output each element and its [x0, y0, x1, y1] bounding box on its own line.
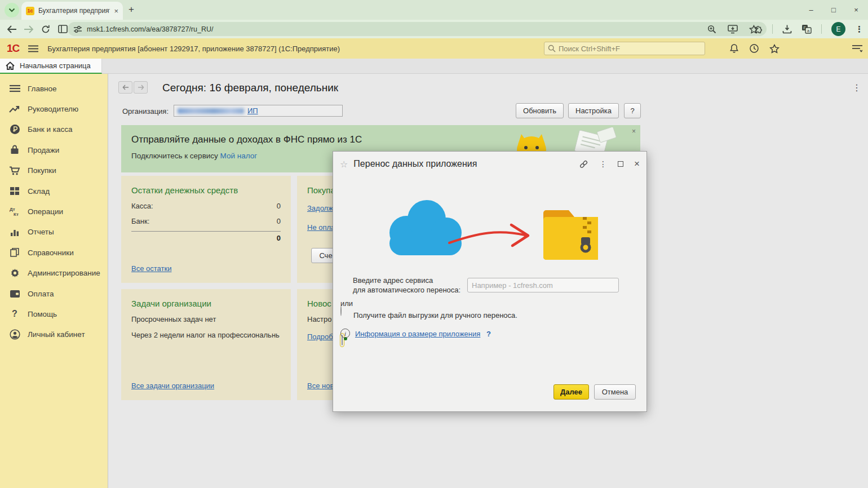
window-controls: – □ × — [807, 0, 860, 20]
organization-field[interactable]: ИП — [174, 105, 343, 117]
forward-icon[interactable] — [20, 25, 37, 33]
buyers-debt-link[interactable]: Задолж — [307, 204, 333, 212]
sidebar-item-rukovoditelyu[interactable]: Руководителю — [0, 99, 108, 119]
back-icon[interactable] — [3, 25, 20, 33]
app-size-info-link[interactable]: Информация о размере приложения — [355, 330, 480, 338]
downloads-icon[interactable] — [782, 24, 792, 34]
sidebar-item-lichnyi-kabinet[interactable]: Личный кабинет — [0, 325, 108, 345]
url-bar[interactable]: msk1.1cfresh.com/a/ea/3878727/ru_RU/ — [68, 22, 767, 36]
refresh-button[interactable]: Обновить — [516, 103, 564, 118]
manual-file-label: Получите файл выгрузки для ручного перен… — [353, 311, 517, 320]
tab-home-page[interactable]: Начальная страница — [0, 59, 102, 74]
header-icons — [729, 38, 780, 59]
banner-close-icon[interactable]: × — [632, 127, 636, 135]
person-circle-icon — [9, 329, 20, 340]
profile-avatar[interactable]: E — [831, 22, 845, 36]
info-help-question[interactable]: ? — [486, 330, 491, 338]
browser-menu-icon[interactable]: ⋮ — [855, 24, 863, 34]
nav-forward-button[interactable] — [134, 81, 148, 94]
1c-logo: 1С — [7, 42, 19, 55]
sidebar-item-oplata[interactable]: Оплата — [0, 283, 108, 304]
1c-favicon-icon: 1с — [26, 7, 34, 15]
widget-cash-title: Остатки денежных средств — [131, 185, 281, 195]
favorites-star-icon[interactable] — [769, 44, 780, 54]
nav-back-button[interactable] — [118, 81, 132, 94]
cash-row-bank: Банк: 0 — [131, 217, 281, 225]
info-icon: i — [340, 329, 350, 338]
svg-text:Кт: Кт — [14, 212, 19, 217]
settings-button[interactable]: Настройка — [568, 103, 619, 118]
cash-row-kassa: Касса: 0 — [131, 202, 281, 210]
dialog-more-icon[interactable]: ⋮ — [599, 159, 607, 168]
moy-nalog-link[interactable]: Мой налог — [220, 152, 258, 160]
svg-text:Дт: Дт — [10, 207, 15, 212]
home-icon — [6, 61, 15, 70]
buyers-unpaid-link[interactable]: Не опла — [307, 223, 335, 232]
grid-blocks-icon — [9, 185, 20, 197]
all-balances-link[interactable]: Все остатки — [131, 264, 171, 273]
dialog-link-icon[interactable] — [579, 159, 588, 169]
sidebar-item-spravochniki[interactable]: Справочники — [0, 242, 108, 263]
tasks-line-2: Через 2 недели налог на профессиональнь — [131, 331, 281, 339]
tab-close-icon[interactable]: × — [114, 7, 118, 15]
browser-tab-title: Бухгалтерия предприятия [або — [38, 7, 110, 15]
url-text[interactable]: msk1.1cfresh.com/a/ea/3878727/ru_RU/ — [87, 25, 703, 33]
news-details-link[interactable]: Подроб — [307, 332, 333, 341]
help-button[interactable]: ? — [624, 103, 641, 118]
dialog-favorite-star-icon[interactable]: ☆ — [340, 159, 348, 170]
zoom-icon[interactable] — [707, 25, 716, 34]
trend-chart-icon — [9, 104, 20, 115]
cancel-button[interactable]: Отмена — [594, 384, 636, 400]
dialog-maximize-icon[interactable] — [618, 161, 623, 167]
dialog-close-icon[interactable]: × — [634, 158, 640, 170]
question-icon: ? — [9, 308, 20, 320]
sidebar-item-pomosch[interactable]: ? Помощь — [0, 304, 108, 324]
next-button[interactable]: Далее — [553, 384, 589, 400]
notifications-bell-icon[interactable] — [729, 43, 739, 54]
screen: 1с Бухгалтерия предприятия [або × + – □ … — [0, 0, 868, 488]
today-heading: Сегодня: 16 февраля, понедельник — [162, 82, 338, 94]
install-app-icon[interactable] — [728, 25, 738, 34]
service-address-input[interactable] — [467, 278, 619, 292]
all-tasks-link[interactable]: Все задачи организации — [131, 381, 214, 390]
site-settings-icon[interactable] — [73, 25, 82, 33]
page-tab-strip: Начальная страница — [0, 59, 868, 74]
sidebar-item-otchety[interactable]: Отчеты — [0, 222, 108, 242]
search-input[interactable] — [559, 45, 701, 53]
chevron-down-icon — [8, 8, 15, 12]
window-close-icon[interactable]: × — [852, 6, 860, 14]
reload-icon[interactable] — [37, 25, 54, 34]
sidebar-item-bank-kassa[interactable]: Банк и касса — [0, 119, 108, 140]
dt-kt-icon: ДтКт — [9, 206, 20, 218]
organization-link[interactable]: ИП — [247, 107, 258, 115]
widget-cash-balance: Остатки денежных средств Касса: 0 Банк: … — [121, 176, 291, 283]
window-maximize-icon[interactable]: □ — [830, 6, 838, 14]
organization-label: Организация: — [122, 107, 169, 116]
sidebar-item-prodazhi[interactable]: Продажи — [0, 140, 108, 160]
page-more-icon[interactable]: ⋮ — [852, 82, 862, 93]
new-tab-button[interactable]: + — [129, 4, 134, 15]
extensions-puzzle-icon[interactable] — [752, 24, 763, 34]
cash-total: 0 — [131, 231, 281, 242]
bag-icon — [9, 144, 20, 156]
search-icon — [548, 45, 556, 52]
global-search[interactable] — [544, 42, 705, 55]
bar-chart-icon — [9, 227, 20, 238]
window-minimize-icon[interactable]: – — [807, 6, 815, 14]
translate-icon[interactable]: Га — [801, 24, 812, 34]
sidebar-item-administrirovanie[interactable]: Администрирование — [0, 263, 108, 283]
main-menu-icon[interactable] — [28, 45, 38, 52]
banner-title: Отправляйте данные о доходах в ФНС прямо… — [131, 134, 362, 145]
svg-text:а: а — [807, 28, 810, 33]
history-icon[interactable] — [749, 43, 759, 54]
tab-search-button[interactable] — [5, 3, 19, 17]
browser-tab-bar: 1с Бухгалтерия предприятия [або × + – □ … — [0, 0, 868, 20]
all-news-link[interactable]: Все нов — [307, 381, 334, 390]
sidebar-item-sklad[interactable]: Склад — [0, 181, 108, 201]
sidebar-item-pokupki[interactable]: Покупки — [0, 161, 108, 181]
browser-tab[interactable]: 1с Бухгалтерия предприятия [або × — [21, 2, 123, 20]
sidebar-item-glavnoe[interactable]: Главное — [0, 78, 108, 99]
service-menu-icon[interactable] — [852, 38, 862, 59]
sidebar-item-operacii[interactable]: ДтКт Операции — [0, 201, 108, 221]
toolbar-separator — [821, 24, 822, 34]
